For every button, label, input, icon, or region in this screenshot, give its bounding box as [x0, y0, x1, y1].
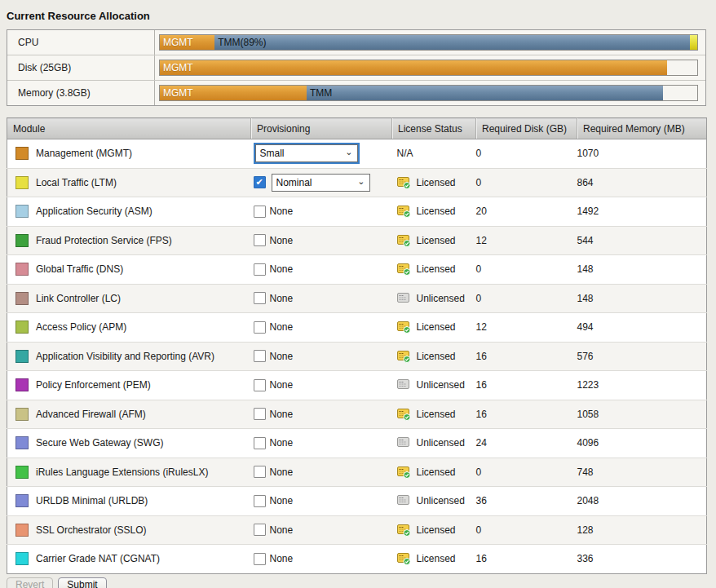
module-name: Access Policy (APM) — [36, 321, 126, 333]
provisioning-checkbox[interactable] — [254, 350, 266, 362]
module-name: Advanced Firewall (AFM) — [36, 409, 146, 420]
revert-button[interactable]: Revert — [7, 577, 53, 588]
required-disk-value: 16 — [476, 371, 577, 400]
license-status-cell: Licensed — [392, 466, 476, 479]
module-cell: Policy Enforcement (PEM) — [7, 378, 251, 391]
required-disk-value: 24 — [476, 429, 577, 458]
allocation-bar-segment: MGMT — [160, 86, 307, 100]
provisioning-checkbox[interactable] — [254, 321, 266, 334]
resource-bar-cell: MGMT — [155, 55, 705, 80]
module-name: Application Security (ASM) — [36, 206, 152, 217]
required-disk-value: 20 — [476, 197, 577, 227]
module-color-swatch — [15, 524, 29, 537]
provisioning-checkbox[interactable] — [254, 437, 266, 449]
license-status-cell: Licensed — [392, 205, 476, 218]
module-cell: Secure Web Gateway (SWG) — [7, 436, 251, 449]
required-memory-value: 1070 — [577, 139, 707, 169]
allocation-bar-segment: MGMT — [160, 35, 214, 50]
required-memory-value: 1223 — [577, 371, 707, 400]
table-row: Fraud Protection Service (FPS)NoneLicens… — [7, 226, 707, 255]
provisioning-checkbox[interactable] — [254, 408, 266, 420]
table-row: Link Controller (LC)NoneUnlicensed0148 — [7, 284, 707, 313]
module-cell: Application Visibility and Reporting (AV… — [7, 350, 251, 363]
license-status-cell: Licensed — [392, 321, 476, 334]
provisioning-none-label: None — [270, 409, 294, 420]
unlicensed-icon — [397, 436, 412, 449]
resource-row: Memory (3.8GB)MGMTTMM — [7, 81, 705, 105]
provisioning-checkbox[interactable] — [254, 263, 266, 276]
column-header: Required Memory (MB) — [577, 118, 707, 139]
resource-allocation-table: CPUMGMTTMM(89%)Disk (25GB)MGMTMemory (3.… — [7, 29, 706, 106]
table-row: Policy Enforcement (PEM)NoneUnlicensed16… — [7, 371, 707, 400]
license-status-cell: Unlicensed — [392, 292, 476, 305]
required-disk-value: 16 — [476, 545, 577, 574]
license-status-text: Licensed — [417, 206, 456, 217]
allocation-bar-segment: TMM — [307, 86, 663, 100]
provisioning-none-label: None — [270, 524, 294, 536]
required-disk-value: 0 — [476, 139, 577, 169]
allocation-bar-segment — [690, 35, 697, 50]
required-disk-value: 16 — [476, 400, 577, 429]
provisioning-cell: None — [251, 350, 392, 362]
module-name: Secure Web Gateway (SWG) — [36, 437, 164, 449]
required-memory-value: 544 — [577, 226, 707, 255]
submit-button[interactable]: Submit — [58, 577, 106, 588]
provisioning-checkbox[interactable] — [254, 553, 266, 565]
resource-bar-cell: MGMTTMM — [155, 81, 705, 105]
table-row: SSL Orchestrator (SSLO)NoneLicensed0128 — [7, 515, 707, 545]
license-status-text: Licensed — [417, 321, 456, 333]
provisioning-level-select[interactable]: Small — [255, 144, 358, 162]
required-disk-value: 16 — [476, 342, 577, 371]
module-name: Local Traffic (LTM) — [36, 177, 117, 188]
provisioning-cell: None — [251, 234, 392, 246]
table-row: Local Traffic (LTM)✔Nominal⌄Licensed0864 — [7, 168, 707, 197]
module-color-swatch — [15, 176, 29, 189]
unlicensed-icon — [397, 292, 412, 305]
provisioning-checkbox[interactable] — [254, 379, 266, 391]
resource-label: Disk (25GB) — [7, 55, 155, 80]
module-cell: SSL Orchestrator (SSLO) — [7, 524, 251, 537]
table-row: Carrier Grade NAT (CGNAT)NoneLicensed163… — [7, 545, 707, 574]
license-status-cell: Licensed — [392, 176, 476, 189]
provisioning-none-label: None — [270, 379, 294, 391]
module-name: Fraud Protection Service (FPS) — [36, 235, 172, 246]
provisioning-cell: ✔Nominal⌄ — [251, 172, 392, 193]
column-header: Provisioning — [251, 118, 392, 139]
required-memory-value: 336 — [577, 545, 707, 574]
module-name: Application Visibility and Reporting (AV… — [36, 351, 214, 362]
licensed-icon — [397, 234, 412, 247]
provisioning-checkbox[interactable]: ✔ — [254, 176, 266, 188]
provisioning-checkbox[interactable] — [254, 234, 266, 246]
module-table-header-row: ModuleProvisioningLicense StatusRequired… — [7, 118, 707, 139]
provisioning-level-select[interactable]: Nominal — [272, 174, 370, 192]
module-color-swatch — [15, 205, 29, 218]
license-status-cell: Licensed — [392, 524, 476, 537]
column-header: Module — [7, 118, 251, 139]
module-name: iRules Language Extensions (iRulesLX) — [36, 466, 208, 478]
module-cell: Local Traffic (LTM) — [7, 176, 251, 189]
provisioning-checkbox[interactable] — [254, 466, 266, 478]
module-color-swatch — [15, 321, 29, 334]
module-name: URLDB Minimal (URLDB) — [36, 495, 148, 506]
provisioning-checkbox[interactable] — [254, 524, 266, 536]
license-status-text: Licensed — [417, 351, 456, 362]
required-disk-value: 0 — [476, 515, 577, 545]
provisioning-checkbox[interactable] — [254, 495, 266, 507]
column-header: License Status — [392, 118, 476, 139]
module-name: Policy Enforcement (PEM) — [36, 379, 151, 391]
provisioning-checkbox[interactable] — [254, 292, 266, 304]
table-row: Global Traffic (DNS)NoneLicensed0148 — [7, 255, 707, 285]
required-memory-value: 2048 — [577, 487, 707, 516]
module-color-swatch — [15, 466, 29, 479]
provisioning-cell: None — [251, 524, 392, 536]
module-table: ModuleProvisioningLicense StatusRequired… — [7, 117, 707, 574]
module-name: SSL Orchestrator (SSLO) — [36, 524, 147, 536]
allocation-bar-segment: TMM(89%) — [214, 35, 690, 50]
required-disk-value: 36 — [476, 487, 577, 516]
required-memory-value: 128 — [577, 515, 707, 545]
licensed-icon — [397, 524, 412, 537]
provisioning-cell: None — [251, 206, 392, 218]
column-header: Required Disk (GB) — [476, 118, 577, 139]
required-memory-value: 4096 — [577, 429, 707, 458]
provisioning-checkbox[interactable] — [254, 206, 266, 218]
